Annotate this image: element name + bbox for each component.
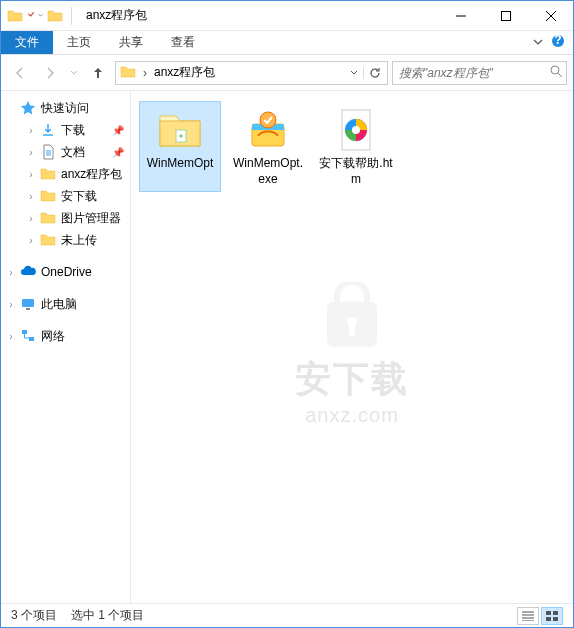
nav-recent-dropdown[interactable] [67,60,81,86]
refresh-icon[interactable] [363,67,385,79]
exe-icon [244,106,292,154]
sidebar-item-label: 图片管理器 [61,210,121,227]
navbar: › anxz程序包 [1,55,573,91]
caret-icon[interactable]: › [25,125,37,136]
folder-icon [39,231,57,249]
titlebar: anxz程序包 [1,1,573,31]
sidebar-item[interactable]: ›下载📌 [1,119,130,141]
tab-view[interactable]: 查看 [157,31,209,54]
status-selected-count: 选中 1 个项目 [71,607,144,624]
file-label: WinMemOpt [147,156,214,172]
sidebar-item-label: 未上传 [61,232,97,249]
close-button[interactable] [528,2,573,30]
folder-icon [156,106,204,154]
view-icons-button[interactable] [541,607,563,625]
sidebar-quick-access[interactable]: 快速访问 [1,97,130,119]
sidebar-this-pc[interactable]: › 此电脑 [1,293,130,315]
svg-rect-6 [22,330,27,334]
separator [71,7,72,25]
caret-icon[interactable]: › [25,191,37,202]
breadcrumb-chevron-icon[interactable]: › [140,66,150,80]
pin-icon: 📌 [112,125,124,136]
tab-file[interactable]: 文件 [1,31,53,54]
tab-share[interactable]: 共享 [105,31,157,54]
sidebar-onedrive[interactable]: › OneDrive [1,261,130,283]
svg-rect-0 [501,11,510,20]
svg-rect-15 [327,302,377,347]
file-item[interactable]: WinMemOpt [139,101,221,192]
status-item-count: 3 个项目 [11,607,57,624]
svg-rect-4 [22,299,34,307]
maximize-button[interactable] [483,2,528,30]
tab-home[interactable]: 主页 [53,31,105,54]
svg-rect-5 [26,308,30,310]
sidebar-item-label: 此电脑 [41,296,77,313]
svg-rect-18 [546,611,551,615]
svg-rect-19 [553,611,558,615]
address-bar[interactable]: › anxz程序包 [115,61,388,85]
svg-text:?: ? [554,34,561,47]
watermark-text: 安下载 [295,355,409,404]
sidebar-item[interactable]: ›图片管理器 [1,207,130,229]
statusbar: 3 个项目 选中 1 个项目 [1,603,573,627]
document-icon [39,143,57,161]
sidebar-item-label: OneDrive [41,265,92,279]
quick-access-dropdown-icon[interactable] [27,8,43,24]
minimize-button[interactable] [438,2,483,30]
monitor-icon [19,295,37,313]
folder-icon [7,8,23,24]
search-input[interactable] [399,66,550,80]
sidebar-item[interactable]: ›安下载 [1,185,130,207]
svg-point-14 [352,126,360,134]
htm-icon [332,106,380,154]
file-label: WinMemOpt.exe [230,156,306,187]
sidebar-item[interactable]: ›未上传 [1,229,130,251]
file-pane[interactable]: WinMemOptWinMemOpt.exe安下载帮助.htm 安下载 anxz… [131,91,573,603]
sidebar-item-label: 网络 [41,328,65,345]
folder-icon [39,209,57,227]
sidebar-item-label: 快速访问 [41,100,89,117]
svg-point-3 [551,66,559,74]
watermark: 安下载 anxz.com [295,282,409,427]
folder-icon [47,8,63,24]
search-icon[interactable] [550,65,563,81]
sidebar-item-label: 文档 [61,144,85,161]
caret-icon[interactable]: › [5,331,17,342]
sidebar-item-label: 安下载 [61,188,97,205]
svg-point-11 [260,112,276,128]
window-title: anxz程序包 [86,7,147,24]
help-icon[interactable]: ? [551,34,565,51]
breadcrumb[interactable]: anxz程序包 [150,64,345,81]
svg-rect-17 [349,324,355,336]
sidebar-item-label: 下载 [61,122,85,139]
watermark-url: anxz.com [295,404,409,427]
ribbon: 文件 主页 共享 查看 ? [1,31,573,55]
sidebar-item[interactable]: ›anxz程序包 [1,163,130,185]
search-box[interactable] [392,61,567,85]
sidebar-item[interactable]: ›文档📌 [1,141,130,163]
folder-icon [39,187,57,205]
ribbon-expand-icon[interactable] [533,36,543,50]
sidebar-network[interactable]: › 网络 [1,325,130,347]
star-icon [19,99,37,117]
view-details-button[interactable] [517,607,539,625]
cloud-icon [19,263,37,281]
caret-icon[interactable]: › [25,235,37,246]
pin-icon: 📌 [112,147,124,158]
file-item[interactable]: 安下载帮助.htm [315,101,397,192]
nav-up-button[interactable] [85,60,111,86]
network-icon [19,327,37,345]
svg-rect-20 [546,617,551,621]
svg-rect-21 [553,617,558,621]
file-item[interactable]: WinMemOpt.exe [227,101,309,192]
caret-icon[interactable]: › [5,299,17,310]
folder-icon [120,64,138,82]
caret-icon[interactable]: › [5,267,17,278]
caret-icon[interactable]: › [25,169,37,180]
caret-icon[interactable]: › [25,213,37,224]
address-dropdown-icon[interactable] [345,69,363,77]
nav-forward-button[interactable] [37,60,63,86]
sidebar: 快速访问 ›下载📌›文档📌›anxz程序包›安下载›图片管理器›未上传 › On… [1,91,131,603]
caret-icon[interactable]: › [25,147,37,158]
nav-back-button[interactable] [7,60,33,86]
